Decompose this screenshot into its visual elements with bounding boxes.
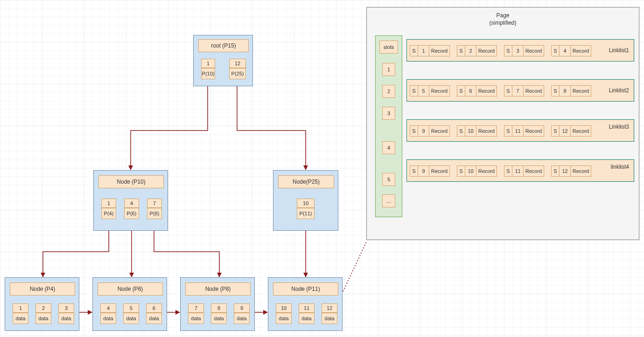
linklist1-label: Linklist1 [609, 47, 629, 54]
node-p10-title: Node (P10) [98, 175, 164, 188]
ll1-n4: 4 [560, 45, 571, 56]
ll3-n3: 11 [512, 125, 524, 137]
ll1-rec-1: S 1 Record [410, 45, 450, 56]
ll4-n2: 10 [465, 165, 476, 177]
p6-k1: 5 [123, 303, 139, 313]
ll2-rec-3: S 7 Record [504, 85, 544, 96]
ll2-n4: 8 [560, 85, 571, 96]
node-p4-title: Node (P4) [10, 282, 75, 296]
p25-key-0: 10 [297, 199, 315, 208]
slot-more: ... [382, 194, 395, 207]
p10-key-2: 7 [147, 199, 162, 208]
p4-k2: 3 [58, 303, 74, 313]
slot-3: 3 [382, 107, 395, 120]
linklist4-label: linklist4 [611, 164, 629, 170]
node-p25: Node(P25) 10 P(11) [273, 170, 338, 231]
page-panel: Page (simplified) slots 1 2 3 4 5 ... S … [366, 7, 639, 240]
ll4-rec-3: S 11 Record [504, 165, 544, 177]
node-p6: Node (P6) 4 data 5 data 6 data [92, 277, 167, 331]
slot-1: 1 [382, 63, 395, 76]
p8-d2: data [234, 313, 250, 324]
slots-column: slots 1 2 3 4 5 ... [375, 35, 402, 217]
linklist2-label: Linklist2 [609, 87, 629, 94]
p11-k1: 11 [299, 303, 315, 313]
linklist-2: S 5 Record S 6 Record S 7 Record S 8 Rec… [406, 79, 634, 102]
ll4-rec-2: S 10 Record [457, 165, 497, 177]
node-p11: Node (P11) 10 data 11 data 12 data [268, 277, 343, 331]
p25-ptr-0: P(11) [297, 208, 315, 219]
p8-k1: 8 [211, 303, 227, 313]
ll3-rec-4: S 12 Record [551, 125, 591, 137]
root-key-1: 12 [229, 59, 246, 68]
p10-key-0: 1 [101, 199, 116, 208]
slots-header: slots [379, 41, 398, 54]
ll4-rec-1: S 9 Record [410, 165, 450, 177]
p11-d0: data [276, 313, 292, 324]
root-ptr-1: P(25) [229, 68, 246, 79]
ll1-n2: 2 [465, 45, 476, 56]
s-label: S [410, 45, 418, 56]
node-p10: Node (P10) 1 P(4) 4 P(6) 7 P(8) [93, 170, 168, 231]
ll4-rec-4: S 12 Record [551, 165, 591, 177]
slot-2: 2 [382, 85, 395, 98]
ll3-n1: 9 [418, 125, 429, 137]
ll2-n3: 7 [512, 85, 524, 96]
p10-ptr-0: P(4) [101, 208, 116, 219]
ll3-rec-2: S 10 Record [457, 125, 497, 137]
node-p6-title: Node (P6) [98, 282, 163, 296]
ll2-n1: 5 [418, 85, 429, 96]
linklist-1: S 1 Record S 2 Record S 3 Record S 4 Rec… [406, 39, 634, 62]
p8-k2: 9 [234, 303, 250, 313]
page-title-1: Page [367, 12, 639, 19]
p6-k2: 6 [146, 303, 162, 313]
linklist-3: S 9 Record S 10 Record S 11 Record S 12 … [406, 119, 634, 142]
node-p8-title: Node (P8) [185, 282, 251, 296]
p8-d0: data [188, 313, 204, 324]
slot-5: 5 [382, 173, 395, 186]
p4-d0: data [13, 313, 28, 324]
p11-d2: data [322, 313, 337, 324]
node-p25-title: Node(P25) [278, 175, 334, 188]
linklist-4: S 9 Record S 10 Record S 11 Record S 12 … [406, 159, 634, 182]
ll1-rec-2: S 2 Record [457, 45, 497, 56]
ll1-rec-3: S 3 Record [504, 45, 544, 56]
p4-d1: data [35, 313, 51, 324]
root-key-0: 1 [201, 59, 215, 68]
p4-k0: 1 [13, 303, 28, 313]
ll4-n3: 11 [512, 165, 524, 177]
ll1-n3: 3 [512, 45, 524, 56]
svg-line-14 [343, 241, 367, 291]
node-p4: Node (P4) 1 data 2 data 3 data [5, 277, 79, 331]
ll3-rec-3: S 11 Record [504, 125, 544, 137]
ll2-n2: 6 [465, 85, 476, 96]
p6-d1: data [123, 313, 139, 324]
node-p8: Node (P8) 7 data 8 data 9 data [180, 277, 255, 331]
ll2-rec-4: S 8 Record [551, 85, 591, 96]
p10-ptr-2: P(8) [147, 208, 162, 219]
p10-key-1: 4 [124, 199, 139, 208]
ll3-n4: 12 [560, 125, 571, 137]
p11-d1: data [299, 313, 315, 324]
node-root: root (P15) 1 P(10) 12 P(25) [193, 35, 253, 86]
ll4-n4: 12 [560, 165, 571, 177]
rec-label: Record [429, 45, 450, 56]
p11-k0: 10 [276, 303, 292, 313]
ll4-n1: 9 [418, 165, 429, 177]
slot-4: 4 [382, 141, 395, 154]
linklist3-label: Linklist3 [609, 124, 629, 130]
page-title-2: (simplified) [367, 20, 639, 26]
p4-k1: 2 [35, 303, 51, 313]
ll1-rec-4: S 4 Record [551, 45, 591, 56]
ll1-n1: 1 [418, 45, 429, 56]
ll2-rec-2: S 6 Record [457, 85, 497, 96]
node-p11-title: Node (P11) [273, 282, 338, 296]
root-ptr-0: P(10) [201, 68, 215, 79]
p4-d2: data [58, 313, 74, 324]
ll3-rec-1: S 9 Record [410, 125, 450, 137]
ll3-n2: 10 [465, 125, 476, 137]
p6-d0: data [100, 313, 116, 324]
ll2-rec-1: S 5 Record [410, 85, 450, 96]
p6-d2: data [146, 313, 162, 324]
p8-k0: 7 [188, 303, 204, 313]
p11-k2: 12 [322, 303, 337, 313]
